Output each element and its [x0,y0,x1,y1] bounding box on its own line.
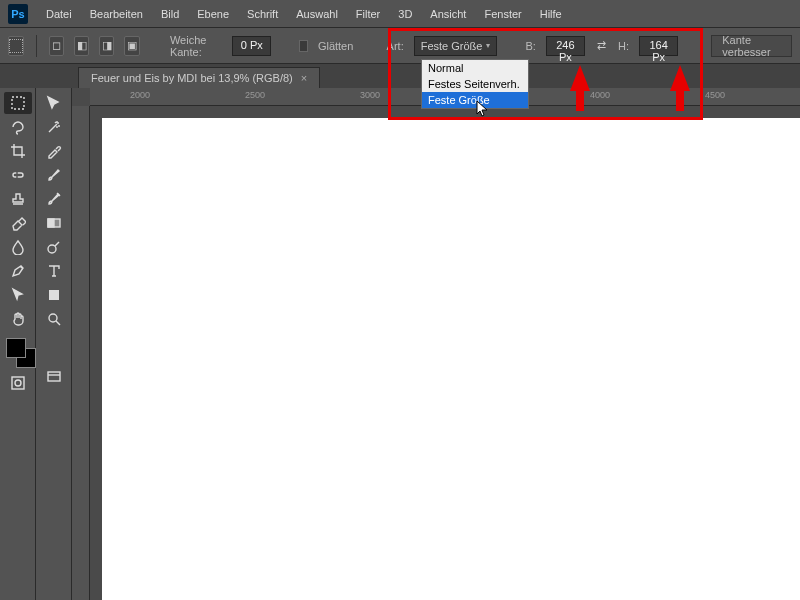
antialias-label: Glätten [318,40,353,52]
tool-gradient[interactable] [40,212,68,234]
selection-new-icon[interactable]: ◻ [49,36,64,56]
swap-dimensions-icon[interactable]: ⇄ [595,37,608,55]
width-label: B: [526,40,536,52]
tools-panel-left [0,88,36,600]
style-select[interactable]: Feste Größe ▾ [414,36,497,56]
ruler-tick: 3000 [360,90,380,100]
height-label: H: [618,40,629,52]
document-tab-bar: Feuer und Eis by MDI bei 13,9% (RGB/8) × [0,64,800,88]
svg-rect-5 [48,219,54,227]
menu-file[interactable]: Datei [46,8,72,20]
selection-intersect-icon[interactable]: ▣ [124,36,139,56]
tool-eyedropper[interactable] [40,140,68,162]
menu-help[interactable]: Hilfe [540,8,562,20]
svg-rect-2 [12,377,24,389]
refine-edge-button[interactable]: Kante verbesser [711,35,792,57]
tool-lasso[interactable] [4,116,32,138]
tool-crop[interactable] [4,140,32,162]
tool-wand[interactable] [40,116,68,138]
menu-view[interactable]: Ansicht [430,8,466,20]
ruler-tick: 4500 [705,90,725,100]
style-option-fixed-ratio[interactable]: Festes Seitenverh. [422,76,528,92]
ruler-tick: 2500 [245,90,265,100]
photoshop-window: Ps Datei Bearbeiten Bild Ebene Schrift A… [0,0,800,600]
ruler-tick: 2000 [130,90,150,100]
tool-zoom[interactable] [40,308,68,330]
style-dropdown[interactable]: Normal Festes Seitenverh. Feste Größe [421,59,529,109]
selection-add-icon[interactable]: ◧ [74,36,89,56]
style-option-normal[interactable]: Normal [422,60,528,76]
tool-stamp[interactable] [4,188,32,210]
svg-point-3 [15,380,21,386]
menu-layer[interactable]: Ebene [197,8,229,20]
color-swatches[interactable] [4,338,31,370]
app-logo: Ps [8,4,28,24]
tool-shape[interactable] [40,284,68,306]
svg-point-8 [49,314,57,322]
feather-label: Weiche Kante: [170,34,222,58]
tools-panel-right [36,88,72,600]
svg-point-6 [48,245,56,253]
document-tab[interactable]: Feuer und Eis by MDI bei 13,9% (RGB/8) × [78,67,320,88]
menu-select[interactable]: Auswahl [296,8,338,20]
separator [36,35,37,57]
close-icon[interactable]: × [301,72,307,84]
style-option-fixed-size[interactable]: Feste Größe [422,92,528,108]
tool-type[interactable] [40,260,68,282]
options-bar: ◻ ◧ ◨ ▣ Weiche Kante: 0 Px Glätten Art: … [0,28,800,64]
svg-rect-7 [49,290,59,300]
selection-subtract-icon[interactable]: ◨ [99,36,114,56]
menu-edit[interactable]: Bearbeiten [90,8,143,20]
document-tab-title: Feuer und Eis by MDI bei 13,9% (RGB/8) [91,72,293,84]
tool-quickmask[interactable] [4,372,32,394]
svg-rect-9 [48,372,60,381]
feather-input[interactable]: 0 Px [232,36,271,56]
ruler-tick: 4000 [590,90,610,100]
tool-path-select[interactable] [4,284,32,306]
chevron-down-icon: ▾ [486,41,490,50]
tool-dodge[interactable] [40,236,68,258]
canvas-area: 2000 2500 3000 3500 4000 4500 [72,88,800,600]
tool-hand[interactable] [4,308,32,330]
width-input[interactable]: 246 Px [546,36,585,56]
height-input[interactable]: 164 Px [639,36,678,56]
tool-screenmode[interactable] [40,366,68,388]
style-label: Art: [387,40,404,52]
tool-move[interactable] [40,92,68,114]
menu-image[interactable]: Bild [161,8,179,20]
menu-3d[interactable]: 3D [398,8,412,20]
ruler-vertical[interactable] [72,106,90,600]
workspace: 2000 2500 3000 3500 4000 4500 [0,88,800,600]
tool-brush[interactable] [40,164,68,186]
tool-eraser[interactable] [4,212,32,234]
marquee-preset-icon[interactable] [8,36,24,56]
menu-filter[interactable]: Filter [356,8,380,20]
antialias-checkbox[interactable] [299,40,308,52]
foreground-swatch[interactable] [6,338,26,358]
menu-window[interactable]: Fenster [484,8,521,20]
document-canvas[interactable] [102,118,800,600]
tool-pen[interactable] [4,260,32,282]
tool-marquee[interactable] [4,92,32,114]
tool-history-brush[interactable] [40,188,68,210]
tool-heal[interactable] [4,164,32,186]
tool-blur[interactable] [4,236,32,258]
menu-type[interactable]: Schrift [247,8,278,20]
menu-bar: Ps Datei Bearbeiten Bild Ebene Schrift A… [0,0,800,28]
svg-rect-0 [12,97,24,109]
style-select-value: Feste Größe [421,40,483,52]
